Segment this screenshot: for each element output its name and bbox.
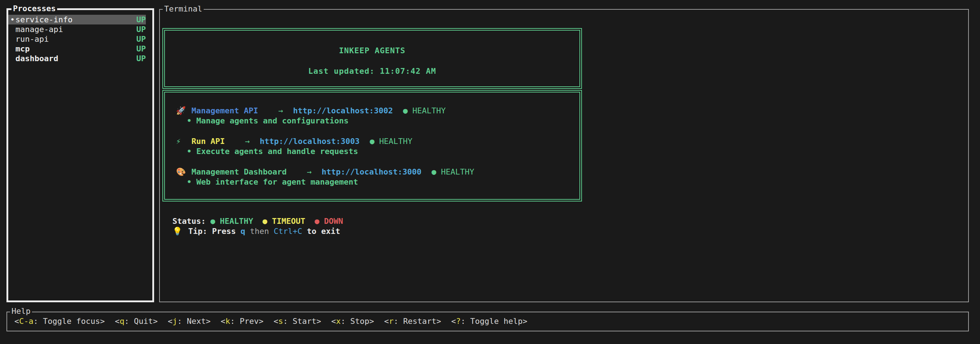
down-dot-icon: ● [315,217,319,226]
shortcut-prev: <k: Prev> [221,317,263,326]
service-name: Run API [191,137,225,146]
shortcut-key: ? [456,317,461,326]
service-line: ⚡Run API→http://localhost:3003●HEALTHY [176,136,579,146]
healthy-dot-icon: ● [210,217,215,226]
shortcut-action: Start [293,317,316,326]
service-url: http://localhost:3003 [260,137,360,146]
shortcut-action: Toggle help [470,317,523,326]
legend-down-label: DOWN [324,217,343,226]
legend-timeout-label: TIMEOUT [272,217,305,226]
shortcut-toggle-focus: <C-a: Toggle focus> [14,317,105,326]
service-line: 🚀Management API→http://localhost:3002●HE… [176,106,579,116]
shortcut-action: Prev [240,317,259,326]
shortcut-action: Next [187,317,206,326]
service-url: http://localhost:3000 [321,167,422,176]
service-name: Management Dashboard [191,167,287,176]
shortcut-toggle-help: <?: Toggle help> [451,317,527,326]
rocket-icon: 🚀 [176,106,191,116]
service-url: http://localhost:3002 [293,106,393,115]
shortcut-action: Stop [350,317,369,326]
process-name: service-info [16,15,73,24]
processes-panel[interactable]: Processes • service-info UP manage-api U… [6,8,154,302]
last-updated-text: Last updated: 11:07:42 AM [165,66,579,76]
help-shortcuts: <C-a: Toggle focus><q: Quit><j: Next><k:… [7,312,968,330]
terminal-panel-title: Terminal [163,4,204,14]
service-run-api: ⚡Run API→http://localhost:3003●HEALTHY •… [176,136,579,157]
tip-prefix: Tip: Press [188,227,235,236]
tip-suffix: to exit [307,227,340,236]
processes-panel-title: Processes [11,4,57,13]
shortcut-start: <s: Start> [274,317,321,326]
process-name: dashboard [16,54,58,63]
process-row-run-api[interactable]: run-api UP [8,34,146,44]
service-name: Management API [191,106,258,115]
process-status-badge: UP [137,15,146,24]
legend-healthy-label: HEALTHY [220,217,253,226]
shortcut-key: C-a [19,317,33,326]
arrow-right-icon: → [307,167,312,176]
process-status-badge: UP [137,54,146,63]
help-panel: Help <C-a: Toggle focus><q: Quit><j: Nex… [6,312,969,331]
service-status: HEALTHY [441,167,474,176]
process-list: • service-info UP manage-api UP run-api … [8,15,146,63]
timeout-dot-icon: ● [262,217,267,226]
shortcut-key: j [172,317,177,326]
shortcut-action: Restart [403,317,436,326]
health-dot-icon: ● [403,106,408,115]
service-management-dashboard: 🎨Management Dashboard→http://localhost:3… [176,167,579,187]
shortcut-key: s [278,317,283,326]
service-management-api: 🚀Management API→http://localhost:3002●HE… [176,106,579,126]
shortcut-key: r [389,317,393,326]
legend-label: Status: [172,217,206,226]
process-status-badge: UP [137,44,146,54]
shortcut-quit: <q: Quit> [115,317,158,326]
process-status-badge: UP [137,24,146,34]
shortcut-action: Quit [134,317,153,326]
service-description: • Execute agents and handle requests [187,146,579,157]
shortcut-next: <j: Next> [168,317,210,326]
shortcut-restart: <r: Restart> [384,317,441,326]
process-name: run-api [16,34,49,44]
process-row-service-info[interactable]: • service-info UP [8,15,146,24]
process-name: mcp [16,44,30,54]
service-description: • Manage agents and configurations [187,116,579,126]
lightning-icon: ⚡ [176,136,191,146]
shortcut-key: x [336,317,340,326]
lightbulb-icon: 💡 [172,226,188,237]
process-status-badge: UP [137,34,146,44]
arrow-right-icon: → [278,106,283,115]
health-dot-icon: ● [431,167,436,176]
service-description: • Web interface for agent management [187,177,579,187]
selected-bullet-icon: • [10,15,16,24]
tip-line: 💡Tip: PressqthenCtrl+Cto exit [172,226,340,237]
help-panel-title: Help [10,307,32,316]
status-legend: Status:●HEALTHY●TIMEOUT●DOWN [172,216,343,226]
tip-middle: then [250,227,269,236]
shortcut-key: q [119,317,124,326]
service-status: HEALTHY [412,106,446,115]
agents-header-box: INKEEP AGENTS Last updated: 11:07:42 AM [162,28,582,89]
process-name: manage-api [16,24,63,34]
tip-key-ctrl-c: Ctrl+C [274,227,302,236]
process-row-manage-api[interactable]: manage-api UP [8,24,146,34]
process-row-mcp[interactable]: mcp UP [8,44,146,54]
arrow-right-icon: → [245,137,250,146]
shortcut-key: k [225,317,230,326]
health-dot-icon: ● [370,137,374,146]
palette-icon: 🎨 [176,167,191,177]
agents-title: INKEEP AGENTS [165,46,579,56]
terminal-panel[interactable]: Terminal INKEEP AGENTS Last updated: 11:… [159,9,969,302]
service-status: HEALTHY [379,137,412,146]
service-line: 🎨Management Dashboard→http://localhost:3… [176,167,579,177]
shortcut-action: Toggle focus [43,317,100,326]
services-box: 🚀Management API→http://localhost:3002●HE… [162,90,582,202]
tip-key-q: q [240,227,245,236]
process-row-dashboard[interactable]: dashboard UP [8,54,146,63]
shortcut-stop: <x: Stop> [331,317,374,326]
